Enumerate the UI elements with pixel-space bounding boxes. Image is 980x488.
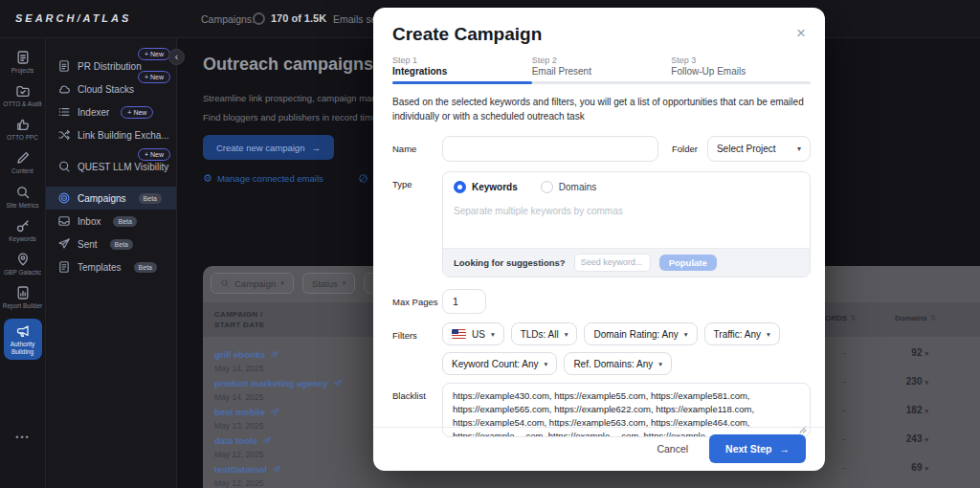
campaign-name-link[interactable]: grill ebooks (214, 349, 279, 360)
chevron-down-icon: ▾ (924, 408, 928, 414)
chevron-down-icon: ▾ (280, 279, 284, 287)
campaign-name-link[interactable]: data tools (214, 435, 272, 446)
new-badge: + New (138, 48, 170, 60)
pencil-icon (15, 150, 31, 166)
wizard-step[interactable]: Step 2 Email Present (532, 55, 672, 77)
sidebar-item-label: Sent (78, 239, 98, 250)
close-icon[interactable]: × (791, 24, 811, 43)
rail-nav-item[interactable]: Authority Building (4, 319, 42, 360)
sidebar-item[interactable]: Sent Beta (46, 233, 176, 255)
domains-cell-dropdown[interactable]: 182▾ (863, 405, 928, 415)
folder-label: Folder (672, 136, 698, 154)
rail-nav-item[interactable]: Content (2, 150, 44, 175)
filter-dropdown[interactable]: Keyword Count: Any ▾ (442, 352, 557, 375)
keywords-cell: - (830, 347, 858, 358)
filter-dropdown[interactable]: Traffic: Any ▾ (704, 322, 780, 345)
campaign-name-link[interactable]: testDatatool (214, 464, 281, 475)
sidebar-item-label: Link Building Excha... (78, 130, 169, 141)
search-icon (15, 185, 31, 200)
filters-label: Filters (392, 322, 442, 341)
step-progress-fill (392, 81, 532, 84)
column-header-domains[interactable]: Domains⇅ (895, 314, 936, 322)
rail-item-label: Authority Building (5, 341, 41, 356)
sidebar-item[interactable]: Templates Beta (46, 255, 176, 278)
filter-dropdown[interactable]: Domain Rating: Any ▾ (584, 322, 697, 345)
progress-ring-icon (253, 12, 265, 25)
sidebar-item[interactable]: Link Building Excha... (46, 123, 176, 146)
seed-keyword-input[interactable]: Seed keyword... (574, 254, 651, 272)
modal-description: Based on the selected keywords and filte… (392, 95, 811, 123)
domains-cell-dropdown[interactable]: 230▾ (863, 376, 928, 387)
campaign-send-icon (272, 465, 281, 475)
campaign-start-date: May 12, 2025 (214, 478, 980, 488)
rail-nav-item[interactable]: Projects (2, 50, 44, 75)
domains-cell-dropdown[interactable]: 69▾ (863, 462, 928, 473)
wizard-step[interactable]: Step 3 Follow-Up Emails (671, 55, 811, 77)
campaign-name-link[interactable]: product marketing agency (214, 378, 343, 388)
domains-radio[interactable]: Domains (541, 181, 596, 193)
report-icon (15, 285, 31, 300)
create-new-campaign-button[interactable]: Create new campaign → (203, 135, 334, 160)
manage-connected-emails-link[interactable]: ⚙ Manage connected emails (203, 173, 323, 184)
doc-icon (57, 59, 71, 73)
modal-title: Create Campaign (392, 24, 811, 45)
name-label: Name (392, 136, 442, 154)
radio-unselected-icon (541, 181, 553, 193)
rail-nav-item[interactable]: GBP Galactic (2, 252, 44, 277)
column-header-campaign[interactable]: CAMPAIGN / START DATE (214, 309, 264, 330)
campaign-send-icon (270, 350, 279, 360)
shuffle-icon (57, 128, 71, 142)
filter-dropdown[interactable]: US ▾ (442, 322, 504, 345)
table-filter-dropdown[interactable]: Campaign ▾ (211, 273, 294, 294)
chevron-down-icon: ▾ (924, 350, 928, 357)
rail-nav-item[interactable]: OTTO PPC (2, 117, 44, 142)
keywords-cell: - (830, 433, 858, 444)
key-icon (15, 218, 31, 233)
populate-button[interactable]: Populate (659, 255, 717, 271)
rail-item-label: GBP Galactic (4, 269, 41, 277)
sidebar-collapse-button[interactable]: ‹ (168, 49, 185, 65)
keywords-radio[interactable]: Keywords (454, 181, 518, 193)
filter-dropdown[interactable]: Ref. Domains: Any ▾ (564, 352, 672, 375)
keywords-textarea[interactable]: Separate multiple keywords by commas (443, 200, 810, 248)
rail-item-label: Report Builder (3, 302, 43, 310)
campaign-send-icon (270, 408, 279, 417)
wizard-step[interactable]: Step 1 Integrations (392, 55, 532, 77)
rail-nav-item[interactable]: OTTO & Audit (2, 83, 44, 108)
rail-nav-item[interactable]: Report Builder (2, 285, 44, 310)
rail-item-label: Site Metrics (7, 202, 39, 210)
rail-nav-item[interactable]: Site Metrics (2, 185, 44, 210)
chevron-down-icon: ▾ (545, 360, 548, 368)
sidebar-item[interactable]: Indexer + New (46, 100, 176, 123)
sidebar-item[interactable]: Inbox Beta (46, 210, 176, 233)
sidebar-item-label: Cloud Stacks (78, 84, 134, 95)
search-icon (220, 278, 230, 288)
cancel-button[interactable]: Cancel (657, 443, 688, 455)
max-pages-input[interactable]: 1 (442, 289, 486, 314)
rail-more-button[interactable]: ••• (0, 433, 46, 442)
chevron-down-icon: ▾ (767, 330, 770, 339)
chevron-down-icon: ▾ (924, 436, 928, 443)
megaphone-icon (15, 323, 31, 339)
folder-select[interactable]: Select Project ▾ (707, 136, 811, 162)
chevron-down-icon: ▾ (658, 360, 662, 368)
name-input[interactable] (442, 136, 658, 162)
domains-cell-dropdown[interactable]: 243▾ (863, 433, 928, 444)
next-step-button[interactable]: Next Step → (709, 434, 806, 463)
table-filter-dropdown[interactable]: Status ▾ (302, 273, 355, 294)
list-icon (57, 105, 71, 119)
sidebar-item-label: Campaigns (78, 193, 126, 204)
campaign-name-link[interactable]: best mobile (214, 407, 279, 417)
sidebar-item[interactable]: Cloud Stacks + New (46, 78, 176, 100)
filter-dropdown[interactable]: TLDs: All ▾ (511, 322, 578, 345)
q-icon (57, 160, 71, 173)
domains-cell-dropdown[interactable]: 92▾ (863, 347, 928, 358)
new-badge: + New (138, 148, 170, 161)
sidebar-item[interactable]: QUEST LLM Visibility + New (46, 155, 176, 178)
rail-nav-item[interactable]: Keywords (2, 218, 44, 243)
sidebar: ‹ PR Distribution + New Cloud Stacks + N… (46, 38, 177, 488)
sidebar-item[interactable]: Campaigns Beta (46, 187, 176, 210)
suggestions-label: Looking for suggestions? (454, 257, 566, 268)
radio-selected-icon (454, 181, 466, 193)
new-badge: + New (121, 106, 153, 119)
